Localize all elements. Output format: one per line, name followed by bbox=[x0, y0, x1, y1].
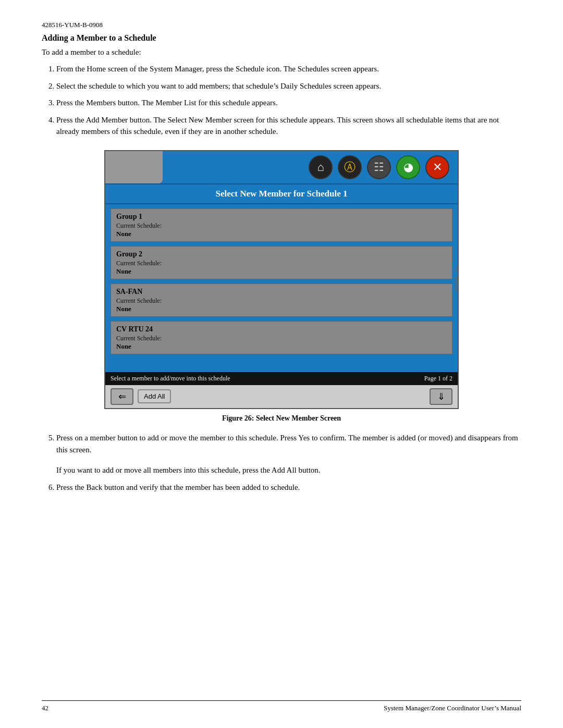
status-text: Select a member to add/move into this sc… bbox=[111, 375, 230, 382]
screen-frame: ⌂ Ⓐ ☷ ◕ ✕ Select New Member for Schedule… bbox=[104, 150, 459, 409]
member-name-4: CV RTU 24 bbox=[116, 325, 447, 334]
step-6: Press the Back button and verify that th… bbox=[56, 482, 521, 493]
add-all-button[interactable]: Add All bbox=[138, 389, 171, 403]
member-name-3: SA-FAN bbox=[116, 288, 447, 296]
screen-topbar: ⌂ Ⓐ ☷ ◕ ✕ bbox=[105, 151, 458, 183]
member-row-1[interactable]: Group 1 Current Schedule: None bbox=[111, 208, 452, 242]
schedule-value-2: None bbox=[116, 267, 447, 276]
member-row-4[interactable]: CV RTU 24 Current Schedule: None bbox=[111, 321, 452, 354]
figure-caption: Figure 26: Select New Member Screen bbox=[42, 414, 521, 423]
side-label: Fig. 26/Sched. bbox=[453, 266, 458, 293]
schedule-label-2: Current Schedule: bbox=[116, 260, 447, 267]
schedule-label-3: Current Schedule: bbox=[116, 297, 447, 305]
clock-icon[interactable]: ◕ bbox=[396, 155, 420, 179]
steps-after: Press on a member button to add or move … bbox=[42, 432, 521, 494]
close-icon[interactable]: ✕ bbox=[425, 155, 449, 179]
steps-list: From the Home screen of the System Manag… bbox=[56, 63, 521, 138]
spacer bbox=[111, 359, 452, 368]
screen-buttons: ⇐ Add All ⇓ bbox=[105, 385, 458, 408]
step-6-list: Press the Back button and verify that th… bbox=[56, 482, 521, 493]
screen-tab bbox=[105, 151, 163, 183]
member-row-3[interactable]: SA-FAN Current Schedule: None bbox=[111, 283, 452, 317]
step-2: Select the schedule to which you want to… bbox=[56, 80, 521, 92]
sub-para: If you want to add or move all members i… bbox=[56, 464, 521, 476]
manual-title: System Manager/Zone Coordinator User’s M… bbox=[384, 704, 521, 712]
steps-after-list: Press on a member button to add or move … bbox=[56, 432, 521, 456]
step-5: Press on a member button to add or move … bbox=[56, 432, 521, 456]
member-row-2[interactable]: Group 2 Current Schedule: None bbox=[111, 246, 452, 279]
member-name-1: Group 1 bbox=[116, 213, 447, 221]
schedule-value-4: None bbox=[116, 342, 447, 351]
step-3: Press the Members button. The Member Lis… bbox=[56, 97, 521, 109]
footer: 42 System Manager/Zone Coordinator User’… bbox=[42, 700, 521, 712]
page-indicator: Page 1 of 2 bbox=[424, 375, 452, 382]
home-icon[interactable]: ⌂ bbox=[309, 155, 333, 179]
schedule-value-1: None bbox=[116, 230, 447, 238]
schedule-label-1: Current Schedule: bbox=[116, 222, 447, 230]
step-4: Press the Add Member button. The Select … bbox=[56, 114, 521, 138]
step-1: From the Home screen of the System Manag… bbox=[56, 63, 521, 75]
status-bar: Select a member to add/move into this sc… bbox=[105, 372, 458, 385]
next-button[interactable]: ⇓ bbox=[430, 388, 452, 405]
screen-title: Select New Member for Schedule 1 bbox=[105, 183, 458, 204]
section-title: Adding a Member to a Schedule bbox=[42, 33, 521, 43]
alert-icon[interactable]: Ⓐ bbox=[338, 155, 362, 179]
page-number: 42 bbox=[42, 704, 48, 712]
back-button[interactable]: ⇐ bbox=[111, 388, 133, 405]
schedule-value-3: None bbox=[116, 305, 447, 313]
grid-icon[interactable]: ☷ bbox=[367, 155, 391, 179]
intro-text: To add a member to a schedule: bbox=[42, 48, 521, 57]
doc-id: 428516-YUM-B-0908 bbox=[42, 21, 521, 29]
screen-mockup: ⌂ Ⓐ ☷ ◕ ✕ Select New Member for Schedule… bbox=[42, 150, 521, 409]
schedule-label-4: Current Schedule: bbox=[116, 335, 447, 342]
member-name-2: Group 2 bbox=[116, 250, 447, 258]
screen-body: Group 1 Current Schedule: None Group 2 C… bbox=[105, 204, 458, 372]
